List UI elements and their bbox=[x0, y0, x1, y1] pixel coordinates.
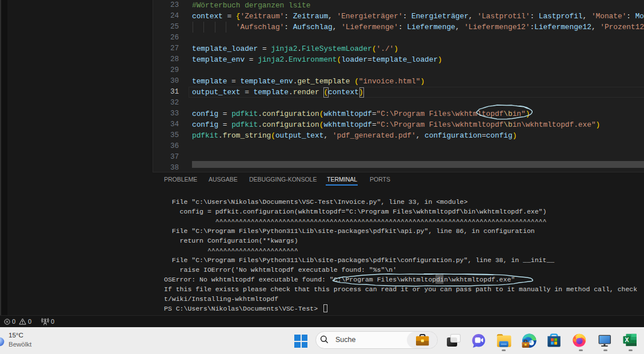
svg-text:X: X bbox=[625, 336, 629, 343]
